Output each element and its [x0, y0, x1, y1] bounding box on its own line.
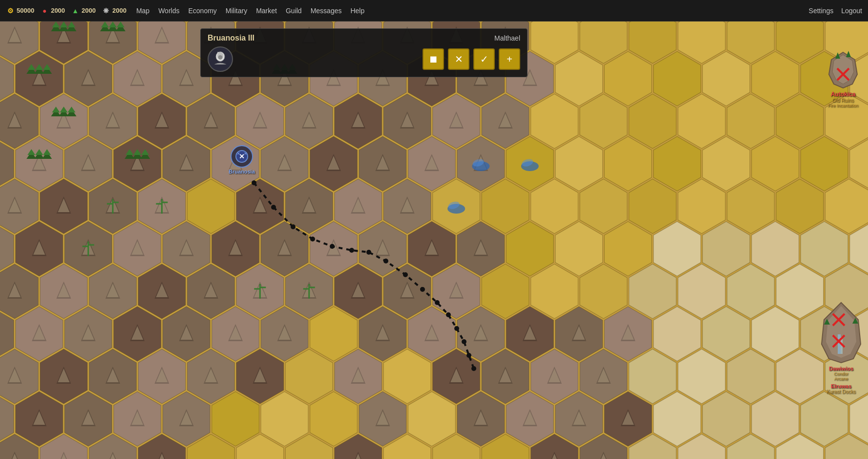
- map-area[interactable]: ✕ ✕ ✕ Bruanosia Autokica Old Ruins Fire …: [0, 22, 868, 459]
- gold-icon: ⚙: [6, 6, 15, 15]
- kurast-sub2: Arcane: [834, 376, 848, 381]
- health-icon: ●: [40, 6, 49, 15]
- kurast-icon: [819, 300, 863, 366]
- navbar: ⚙ 50000 ● 2000 ▲ 2000 ❋ 2000 Map Worlds …: [0, 0, 868, 22]
- silver-icon: ❋: [102, 6, 110, 15]
- gold-resource: ⚙ 50000: [6, 6, 34, 15]
- cancel-button[interactable]: ✕: [448, 48, 469, 70]
- svg-marker-8: [846, 51, 851, 57]
- nav-links: Map Worlds Economy Military Market Guild…: [136, 7, 809, 15]
- nav-worlds[interactable]: Worlds: [158, 7, 179, 15]
- autokica-name: Autokica: [831, 91, 856, 98]
- info-panel: Bruanosia III Malthael ⏹: [200, 28, 528, 77]
- svg-text:✕: ✕: [243, 152, 247, 156]
- nature-resource: ▲ 2000: [71, 6, 96, 15]
- stop-button[interactable]: ⏹: [423, 48, 444, 70]
- location-kurast[interactable]: Dawiwios Condor Arcane Elruwas Kurast Do…: [819, 300, 863, 394]
- health-resource: ● 2000: [40, 6, 65, 15]
- panel-avatar: [208, 46, 233, 72]
- nav-settings[interactable]: Settings: [809, 7, 834, 15]
- panel-user: Malthael: [494, 34, 520, 42]
- autokica-sub: Fire Incantation: [828, 103, 858, 108]
- silver-resource: ❋ 2000: [102, 6, 127, 15]
- nav-right: Settings Logout: [809, 7, 862, 15]
- svg-rect-13: [838, 334, 841, 354]
- panel-body: ⏹ ✕ ✓ +: [208, 46, 520, 72]
- kurast-name1: Dawiwios: [829, 366, 853, 372]
- svg-point-23: [218, 55, 223, 60]
- health-value: 2000: [51, 7, 65, 14]
- nav-help[interactable]: Help: [350, 7, 364, 15]
- nav-market[interactable]: Market: [256, 7, 277, 15]
- nature-icon: ▲: [71, 6, 80, 15]
- resource-bar: ⚙ 50000 ● 2000 ▲ 2000 ❋ 2000: [6, 6, 127, 15]
- kurast-sub1: Condor: [834, 372, 848, 376]
- panel-header: Bruanosia III Malthael: [208, 34, 520, 43]
- nature-value: 2000: [82, 7, 96, 14]
- nav-messages[interactable]: Messages: [311, 7, 342, 15]
- confirm-button[interactable]: ✓: [473, 48, 495, 70]
- gold-value: 50000: [17, 7, 34, 14]
- nav-military[interactable]: Military: [226, 7, 247, 15]
- silver-value: 2000: [112, 7, 127, 14]
- nav-economy[interactable]: Economy: [188, 7, 216, 15]
- hex-map-canvas[interactable]: [0, 22, 868, 459]
- kurast-type: Kurast Docks: [826, 389, 855, 394]
- panel-buttons: ⏹ ✕ ✓ +: [423, 48, 520, 70]
- nav-guild[interactable]: Guild: [286, 7, 302, 15]
- kurast-name2: Elruwas: [831, 383, 851, 389]
- unit-marker-bruanosia[interactable]: ✕ ✕ ✕ Bruanosia: [229, 145, 255, 175]
- nav-logout[interactable]: Logout: [841, 7, 862, 15]
- autokica-type: Old Ruins: [832, 98, 854, 103]
- autokica-icon: [826, 50, 861, 91]
- unit-label: Bruanosia: [229, 169, 255, 175]
- nav-map[interactable]: Map: [136, 7, 149, 15]
- location-autokica[interactable]: Autokica Old Ruins Fire Incantation: [826, 50, 861, 108]
- add-button[interactable]: +: [499, 48, 520, 70]
- svg-text:✕: ✕: [236, 152, 240, 156]
- unit-icon: ✕ ✕ ✕: [231, 145, 253, 168]
- panel-title: Bruanosia III: [208, 34, 254, 43]
